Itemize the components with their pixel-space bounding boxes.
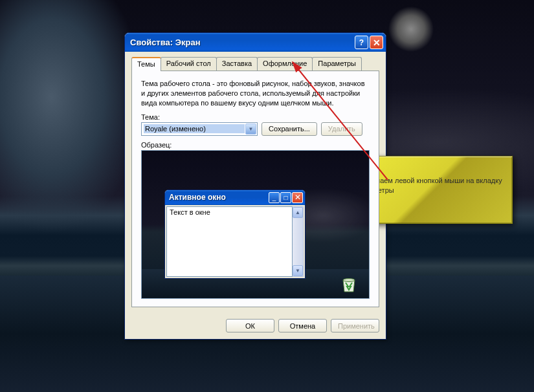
recycle-bin-icon [339, 275, 359, 293]
close-button[interactable]: ✕ [370, 36, 383, 49]
dialog-body: Темы Рабочий стол Заставка Оформление Па… [125, 52, 386, 314]
close-icon: ✕ [292, 192, 303, 203]
delete-theme-button: Удалить [321, 122, 362, 136]
sample-window-titlebar: Активное окно _ □ ✕ [165, 190, 305, 205]
tab-desktop[interactable]: Рабочий стол [161, 57, 217, 71]
svg-point-0 [343, 279, 355, 282]
dialog-titlebar[interactable]: Свойства: Экран ? ✕ [125, 33, 386, 52]
tab-strip: Темы Рабочий стол Заставка Оформление Па… [131, 57, 379, 71]
minimize-icon: _ [269, 192, 280, 203]
theme-description: Тема рабочего стола - это фоновый рисуно… [141, 79, 370, 108]
apply-button: Применить [331, 319, 379, 332]
ok-button[interactable]: ОК [226, 319, 274, 332]
tab-settings[interactable]: Параметры [312, 57, 362, 71]
tab-panel-themes: Тема рабочего стола - это фоновый рисуно… [131, 71, 379, 307]
sample-label: Образец: [141, 141, 370, 149]
theme-combobox[interactable]: Royale (изменено) ▼ [141, 122, 258, 136]
cancel-button[interactable]: Отмена [278, 319, 327, 332]
display-properties-dialog: Свойства: Экран ? ✕ Темы Рабочий стол За… [124, 32, 386, 340]
scroll-up-icon: ▲ [293, 207, 303, 218]
dialog-title: Свойства: Экран [130, 38, 353, 47]
help-button[interactable]: ? [355, 36, 368, 49]
scroll-down-icon: ▼ [293, 265, 303, 276]
sample-window-text: Текст в окне [166, 206, 293, 277]
chevron-down-icon: ▼ [245, 124, 256, 135]
theme-selected-value: Royale (изменено) [144, 124, 245, 133]
sample-window-title: Активное окно [169, 193, 268, 202]
dialog-button-row: ОК Отмена Применить [125, 314, 386, 339]
maximize-icon: □ [280, 192, 291, 203]
tab-screensaver[interactable]: Заставка [216, 57, 258, 71]
save-theme-button[interactable]: Сохранить... [261, 122, 317, 136]
theme-preview: Активное окно _ □ ✕ Текст в окне ▲ ▼ [141, 150, 370, 299]
tab-appearance[interactable]: Оформление [257, 57, 313, 71]
theme-label: Тема: [141, 113, 370, 121]
preview-sample-window: Активное окно _ □ ✕ Текст в окне ▲ ▼ [164, 190, 306, 279]
sample-scrollbar: ▲ ▼ [293, 206, 304, 277]
tab-themes[interactable]: Темы [131, 57, 161, 71]
